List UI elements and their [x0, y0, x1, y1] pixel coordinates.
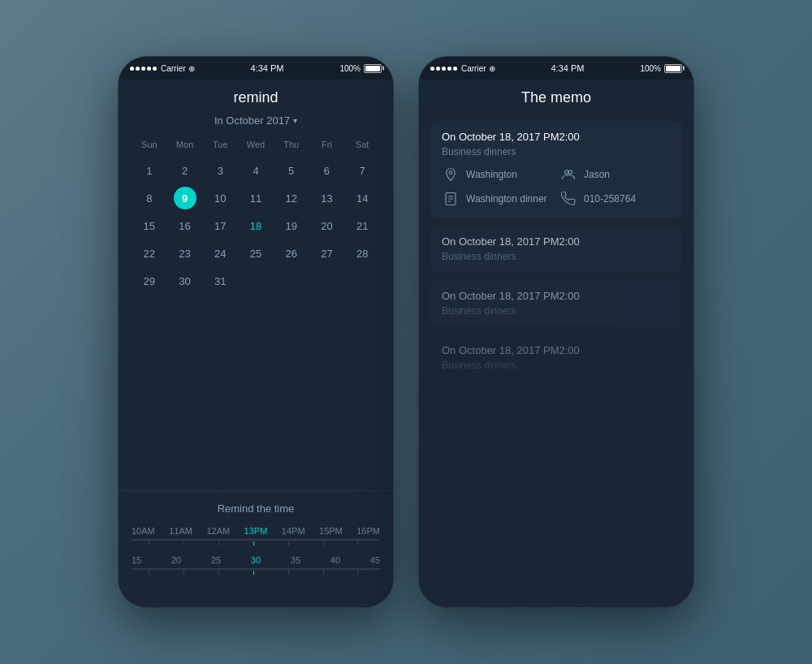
wifi-icon-right: ⊕ [489, 64, 495, 73]
cal-day-14[interactable]: 14 [344, 187, 380, 209]
svg-point-2 [568, 170, 572, 175]
divider [119, 490, 393, 491]
cal-day-28[interactable]: 28 [344, 242, 380, 265]
wifi-icon: ⊕ [188, 64, 195, 73]
cal-day-19[interactable]: 19 [274, 214, 309, 237]
day-header-fri: Fri [309, 136, 345, 153]
memo-title: The memo [419, 80, 693, 114]
min-15: 15 [132, 555, 141, 565]
cal-day-8[interactable]: 8 [132, 187, 167, 209]
min-45: 45 [370, 555, 380, 565]
phone-text: 010-258764 [584, 193, 636, 205]
cal-day-4[interactable]: 4 [238, 159, 274, 182]
min-35: 35 [291, 555, 300, 565]
cal-day-2[interactable]: 2 [167, 159, 203, 182]
location-text: Washington [466, 169, 517, 180]
battery-percent: 100% [339, 64, 361, 73]
cal-day-9[interactable]: 9 [174, 187, 197, 209]
min-25: 25 [211, 555, 221, 565]
min-40: 40 [330, 555, 340, 565]
cal-day-7[interactable]: 7 [344, 159, 380, 182]
cal-day-13[interactable]: 13 [309, 187, 345, 209]
hour-slider-track[interactable] [132, 539, 380, 541]
minute-labels: 15 20 25 30 35 40 45 [132, 555, 380, 565]
cal-day-27[interactable]: 27 [309, 242, 345, 265]
cal-day-10[interactable]: 10 [202, 187, 238, 209]
cal-day-empty-4 [344, 269, 380, 292]
memo-date-3: On October 18, 2017 PM2:00 [442, 290, 671, 302]
tick-1 [149, 541, 149, 545]
hour-12am: 12AM [206, 526, 230, 536]
status-left: Carrier ⊕ [130, 64, 195, 73]
dot-r1 [430, 67, 434, 71]
remind-time-title: Remind the time [132, 502, 380, 515]
tick-6 [323, 541, 324, 545]
min-tick-3 [218, 571, 219, 575]
cal-day-26[interactable]: 26 [274, 242, 309, 265]
battery-fill [365, 66, 380, 71]
svg-point-1 [565, 170, 569, 175]
minute-slider-track[interactable] [132, 568, 380, 570]
memo-card-3[interactable]: On October 18, 2017 PM2:00 Business dinn… [430, 280, 682, 326]
dot-3 [141, 67, 145, 71]
cal-day-22[interactable]: 22 [132, 242, 167, 265]
memo-date-4: On October 18, 2017 PM2:00 [442, 344, 671, 356]
cal-day-11[interactable]: 11 [238, 187, 274, 209]
month-header[interactable]: In October 2017 ▾ [132, 114, 380, 127]
detail-phone: 010-258764 [559, 190, 671, 208]
day-header-sun: Sun [132, 136, 167, 153]
cal-day-20[interactable]: 20 [309, 214, 345, 237]
cal-day-12[interactable]: 12 [274, 187, 309, 209]
detail-person: Jason [559, 166, 671, 183]
detail-location: Washington [442, 166, 553, 183]
day-header-tue: Tue [202, 136, 238, 153]
cal-day-23[interactable]: 23 [167, 242, 203, 265]
status-right: 100% [339, 64, 382, 73]
memo-card-1[interactable]: On October 18, 2017 PM2:00 Business dinn… [430, 121, 682, 218]
status-time: 4:34 PM [251, 63, 284, 73]
day-header-wed: Wed [238, 136, 274, 153]
calendar-days-header: Sun Mon Tue Wed Thu Fri Sat [132, 136, 380, 153]
dot-r4 [447, 67, 451, 71]
cal-day-empty-3 [309, 269, 345, 292]
detail-note: Washington dinner [442, 190, 553, 208]
cal-day-24[interactable]: 24 [202, 242, 238, 265]
note-icon [442, 190, 460, 208]
phone-icon [559, 190, 577, 208]
cal-day-25[interactable]: 25 [238, 242, 274, 265]
hour-15pm: 15PM [319, 526, 343, 536]
cal-day-1[interactable]: 1 [132, 159, 167, 182]
cal-day-empty-2 [274, 269, 309, 292]
dot-2 [136, 67, 140, 71]
hour-14pm: 14PM [282, 526, 305, 536]
dot-r5 [453, 67, 457, 71]
cal-day-30[interactable]: 30 [167, 269, 203, 292]
memo-desc-4: Business dinners [442, 360, 671, 371]
calendar-grid: Sun Mon Tue Wed Thu Fri Sat 1 2 3 4 5 6 [132, 136, 380, 292]
cal-day-16[interactable]: 16 [167, 214, 203, 237]
cal-day-31[interactable]: 31 [202, 269, 238, 292]
memo-desc-1: Business dinners [442, 146, 671, 157]
cal-day-3[interactable]: 3 [202, 159, 238, 182]
day-header-sat: Sat [344, 136, 380, 153]
dot-5 [153, 67, 157, 71]
cal-day-29[interactable]: 29 [132, 269, 167, 292]
cal-day-6[interactable]: 6 [309, 159, 345, 182]
cal-day-15[interactable]: 15 [132, 214, 167, 237]
memo-card-4[interactable]: On October 18, 2017 PM2:00 Business dinn… [430, 334, 682, 381]
memo-card-2[interactable]: On October 18, 2017 PM2:00 Business dinn… [430, 226, 682, 272]
cal-day-5[interactable]: 5 [274, 159, 309, 182]
battery-fill-right [666, 66, 680, 71]
cal-day-17[interactable]: 17 [202, 214, 238, 237]
hour-13pm: 13PM [244, 526, 268, 536]
dot-r2 [436, 67, 440, 71]
tick-7 [357, 541, 358, 545]
cal-day-18[interactable]: 18 [238, 214, 274, 237]
hour-10am: 10AM [132, 526, 155, 536]
dot-1 [130, 67, 134, 71]
calendar-body: 1 2 3 4 5 6 7 8 9 10 11 12 13 14 15 [132, 159, 380, 292]
status-left-right: Carrier ⊕ [430, 64, 495, 73]
hour-labels: 10AM 11AM 12AM 13PM 14PM 15PM 16PM [132, 526, 380, 536]
memo-list: On October 18, 2017 PM2:00 Business dinn… [419, 114, 693, 607]
cal-day-21[interactable]: 21 [344, 214, 380, 237]
